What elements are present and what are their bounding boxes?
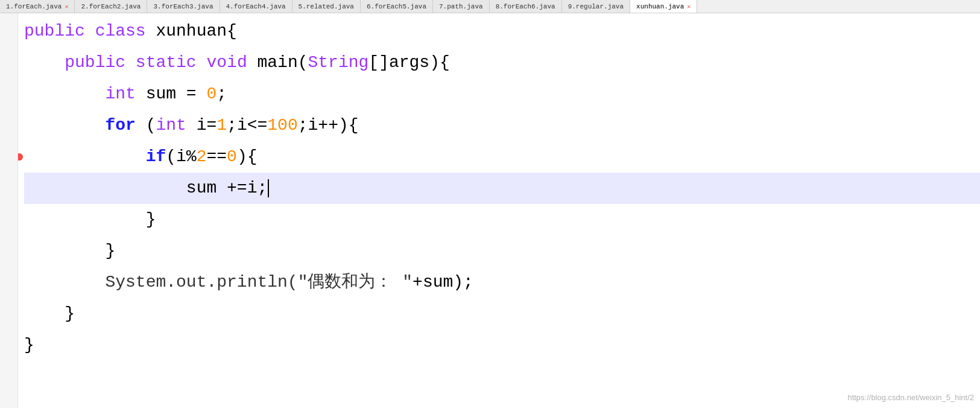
line-num-3 <box>0 78 14 110</box>
line-num-4 <box>0 110 14 141</box>
tab-1-close[interactable]: ✕ <box>65 3 68 10</box>
line-num-6 <box>0 173 14 204</box>
tab-2-label: 2.forEach2.java <box>81 3 141 10</box>
tab-5[interactable]: 5.related.java <box>292 0 361 13</box>
code-line-6: sum +=i; <box>24 173 980 204</box>
val-2: 2 <box>197 141 207 173</box>
tab-6-label: 6.forEach5.java <box>367 3 426 10</box>
if-brace: ){ <box>237 141 258 173</box>
system-out: System.out.println( <box>105 267 297 298</box>
val-0: 0 <box>227 141 237 173</box>
brace-close-class: } <box>24 330 34 361</box>
tab-7[interactable]: 7.path.java <box>433 0 490 13</box>
tab-8[interactable]: 8.forEach6.java <box>490 0 562 13</box>
keyword-string: String <box>308 47 369 78</box>
indent-10 <box>24 298 65 330</box>
if-condition: (i% <box>166 141 196 173</box>
code-line-8: } <box>24 235 980 267</box>
array-brackets: [] <box>368 47 389 78</box>
line-num-2 <box>0 47 14 78</box>
code-line-4: for (int i=1;i<=100;i++){ <box>24 110 980 141</box>
keyword-int-2: int <box>156 110 196 141</box>
var-sum: sum = <box>146 78 207 110</box>
tab-6[interactable]: 6.forEach5.java <box>361 0 433 13</box>
tab-9-label: 9.regular.java <box>568 3 624 10</box>
val-100: 100 <box>267 110 297 141</box>
for-semi1: ;i<= <box>227 110 267 141</box>
line-num-10 <box>0 298 14 330</box>
brace-close-method: } <box>65 298 75 330</box>
indent-2 <box>24 47 65 78</box>
code-line-1: public class xunhuan{ <box>24 16 980 47</box>
brace-open-1: { <box>227 16 237 47</box>
code-line-7: } <box>24 204 980 235</box>
concat: +sum); <box>413 267 473 298</box>
line-num-12 <box>0 361 14 392</box>
keyword-int-1: int <box>105 78 145 110</box>
args-param: args <box>389 47 429 78</box>
keyword-public-2: public <box>65 47 136 78</box>
code-line-3: int sum = 0; <box>24 78 980 110</box>
keyword-if: if <box>146 141 166 173</box>
keyword-static: static <box>136 47 207 78</box>
watermark: https://blog.csdn.net/weixin_5_hint/2 <box>847 393 974 402</box>
method-name: main <box>257 47 297 78</box>
for-init: i= <box>197 110 217 141</box>
val-zero: 0 <box>206 78 217 110</box>
string-literal: "偶数和为： <box>298 267 393 298</box>
indent-3 <box>24 78 105 110</box>
code-content[interactable]: public class xunhuan{ public static void… <box>18 13 980 408</box>
tab-bar: 1.forEach.java ✕ 2.forEach2.java 3.forEa… <box>0 0 980 13</box>
code-line-11: } <box>24 330 980 361</box>
tab-1[interactable]: 1.forEach.java ✕ <box>0 0 75 13</box>
indent-6 <box>24 173 186 204</box>
keyword-void: void <box>206 47 257 78</box>
indent-8 <box>24 235 105 267</box>
brace-close-if: } <box>146 204 156 235</box>
code-line-10: } <box>24 298 980 330</box>
line-num-9 <box>0 267 14 298</box>
tab-2[interactable]: 2.forEach2.java <box>75 0 147 13</box>
editor-area: public class xunhuan{ public static void… <box>0 13 980 408</box>
paren-open: ( <box>298 47 308 78</box>
for-semi2: ;i++){ <box>298 110 359 141</box>
tab-active-close[interactable]: ✕ <box>687 3 691 10</box>
val-1: 1 <box>217 110 227 141</box>
tab-active[interactable]: xunhuan.java ✕ <box>630 0 697 13</box>
line-numbers <box>0 13 18 408</box>
tab-1-label: 1.forEach.java <box>6 3 62 10</box>
keyword-class: class <box>95 16 156 47</box>
for-paren-open: ( <box>146 110 156 141</box>
line-num-5 <box>0 141 14 173</box>
tab-3[interactable]: 3.forEach3.java <box>147 0 220 13</box>
line-num-8 <box>0 235 14 267</box>
code-line-9: System.out.println("偶数和为： "+sum); <box>24 267 980 298</box>
line-num-1 <box>0 16 14 47</box>
code-line-5: if(i%2==0){ <box>24 141 980 173</box>
if-eq: == <box>206 141 227 173</box>
brace-close-for: } <box>105 235 115 267</box>
semicolon-1: ; <box>217 78 227 110</box>
indent-5 <box>24 141 146 173</box>
line-num-11 <box>0 330 14 361</box>
breakpoint-5 <box>18 153 23 161</box>
tab-active-label: xunhuan.java <box>636 3 684 10</box>
tab-7-label: 7.path.java <box>439 3 483 10</box>
tab-8-label: 8.forEach6.java <box>496 3 555 10</box>
code-line-2: public static void main(String[]args){ <box>24 47 980 78</box>
tab-3-label: 3.forEach3.java <box>153 3 213 10</box>
cursor-pos <box>268 179 269 197</box>
tab-9[interactable]: 9.regular.java <box>562 0 630 13</box>
indent-7 <box>24 204 146 235</box>
keyword-for: for <box>105 110 145 141</box>
keyword-public-1: public <box>24 16 95 47</box>
tab-4[interactable]: 4.forEach4.java <box>220 0 292 13</box>
classname: xunhuan <box>156 16 227 47</box>
line-num-7 <box>0 204 14 235</box>
indent-4 <box>24 110 105 141</box>
tab-4-label: 4.forEach4.java <box>226 3 286 10</box>
string-space: " <box>393 267 413 298</box>
indent-9 <box>24 267 105 298</box>
paren-close: ){ <box>429 47 450 78</box>
tab-5-label: 5.related.java <box>299 3 354 10</box>
